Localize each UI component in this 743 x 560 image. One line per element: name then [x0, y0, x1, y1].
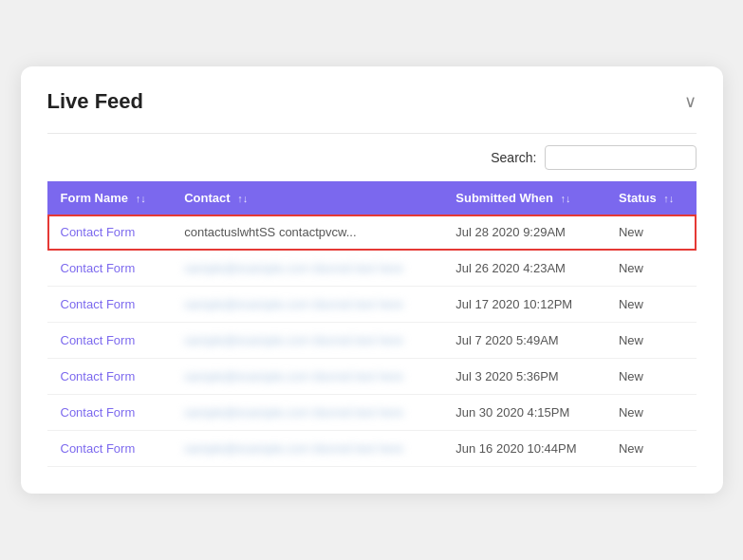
- contact-blurred: sample@example.com blurred text here: [184, 297, 403, 311]
- cell-form-name: Contact Form: [47, 395, 172, 431]
- cell-status: New: [605, 215, 697, 251]
- sort-icon-form-name: ↑↓: [136, 193, 146, 204]
- cell-form-name: Contact Form: [47, 431, 172, 467]
- table-row[interactable]: Contact Formsample@example.com blurred t…: [47, 251, 697, 287]
- cell-form-name: Contact Form: [47, 251, 172, 287]
- col-status[interactable]: Status ↑↓: [605, 181, 697, 215]
- cell-form-name: Contact Form: [47, 323, 172, 359]
- search-label: Search:: [491, 150, 536, 165]
- form-name-link[interactable]: Contact Form: [61, 405, 136, 420]
- cell-submitted-when: Jul 26 2020 4:23AM: [442, 251, 605, 287]
- cell-contact: sample@example.com blurred text here: [171, 359, 442, 395]
- form-name-link[interactable]: Contact Form: [61, 369, 136, 383]
- cell-contact: contactuslwhtSS contactpvcw...: [171, 215, 442, 251]
- cell-form-name: Contact Form: [47, 215, 172, 251]
- cell-form-name: Contact Form: [47, 287, 172, 323]
- cell-status: New: [605, 323, 697, 359]
- sort-icon-status: ↑↓: [663, 193, 674, 204]
- search-input[interactable]: [545, 145, 697, 170]
- table-row[interactable]: Contact FormcontactuslwhtSS contactpvcw.…: [47, 215, 697, 251]
- col-contact[interactable]: Contact ↑↓: [171, 181, 442, 215]
- contact-blurred: sample@example.com blurred text here: [184, 441, 403, 456]
- card-header: Live Feed ∨: [47, 89, 697, 114]
- cell-submitted-when: Jul 17 2020 10:12PM: [442, 287, 605, 323]
- contact-blurred: sample@example.com blurred text here: [184, 369, 403, 383]
- table-row[interactable]: Contact Formsample@example.com blurred t…: [47, 323, 697, 359]
- cell-form-name: Contact Form: [47, 359, 172, 395]
- form-name-link[interactable]: Contact Form: [61, 261, 136, 275]
- form-name-link[interactable]: Contact Form: [61, 297, 136, 311]
- form-name-link[interactable]: Contact Form: [61, 225, 136, 239]
- cell-status: New: [605, 431, 697, 467]
- search-bar: Search:: [47, 145, 697, 170]
- table-row[interactable]: Contact Formsample@example.com blurred t…: [47, 359, 697, 395]
- table-row[interactable]: Contact Formsample@example.com blurred t…: [47, 395, 697, 431]
- cell-submitted-when: Jul 3 2020 5:36PM: [442, 359, 605, 395]
- cell-submitted-when: Jul 7 2020 5:49AM: [442, 323, 605, 359]
- cell-contact: sample@example.com blurred text here: [171, 431, 442, 467]
- contact-text: contactuslwhtSS contactpvcw...: [184, 225, 356, 239]
- contact-blurred: sample@example.com blurred text here: [184, 333, 403, 347]
- cell-status: New: [605, 359, 697, 395]
- chevron-down-icon[interactable]: ∨: [684, 91, 697, 112]
- form-name-link[interactable]: Contact Form: [61, 333, 136, 347]
- cell-contact: sample@example.com blurred text here: [171, 251, 442, 287]
- contact-blurred: sample@example.com blurred text here: [184, 405, 403, 420]
- col-form-name[interactable]: Form Name ↑↓: [47, 181, 172, 215]
- form-name-link[interactable]: Contact Form: [61, 441, 136, 456]
- cell-contact: sample@example.com blurred text here: [171, 395, 442, 431]
- cell-status: New: [605, 287, 697, 323]
- live-feed-card: Live Feed ∨ Search: Form Name ↑↓ Contact…: [21, 66, 723, 494]
- contact-blurred: sample@example.com blurred text here: [184, 261, 403, 275]
- table-header-row: Form Name ↑↓ Contact ↑↓ Submitted When ↑…: [47, 181, 697, 215]
- cell-submitted-when: Jun 30 2020 4:15PM: [442, 395, 605, 431]
- table-header: Form Name ↑↓ Contact ↑↓ Submitted When ↑…: [47, 181, 697, 215]
- cell-submitted-when: Jun 16 2020 10:44PM: [442, 431, 605, 467]
- cell-contact: sample@example.com blurred text here: [171, 323, 442, 359]
- sort-icon-submitted: ↑↓: [560, 193, 570, 204]
- cell-submitted-when: Jul 28 2020 9:29AM: [442, 215, 605, 251]
- col-submitted-when[interactable]: Submitted When ↑↓: [442, 181, 605, 215]
- cell-status: New: [605, 251, 697, 287]
- sort-icon-contact: ↑↓: [237, 193, 248, 204]
- table-row[interactable]: Contact Formsample@example.com blurred t…: [47, 287, 697, 323]
- cell-status: New: [605, 395, 697, 431]
- table-body: Contact FormcontactuslwhtSS contactpvcw.…: [47, 215, 697, 467]
- divider: [47, 133, 697, 134]
- card-title: Live Feed: [47, 89, 143, 114]
- live-feed-table: Form Name ↑↓ Contact ↑↓ Submitted When ↑…: [47, 181, 697, 467]
- cell-contact: sample@example.com blurred text here: [171, 287, 442, 323]
- table-row[interactable]: Contact Formsample@example.com blurred t…: [47, 431, 697, 467]
